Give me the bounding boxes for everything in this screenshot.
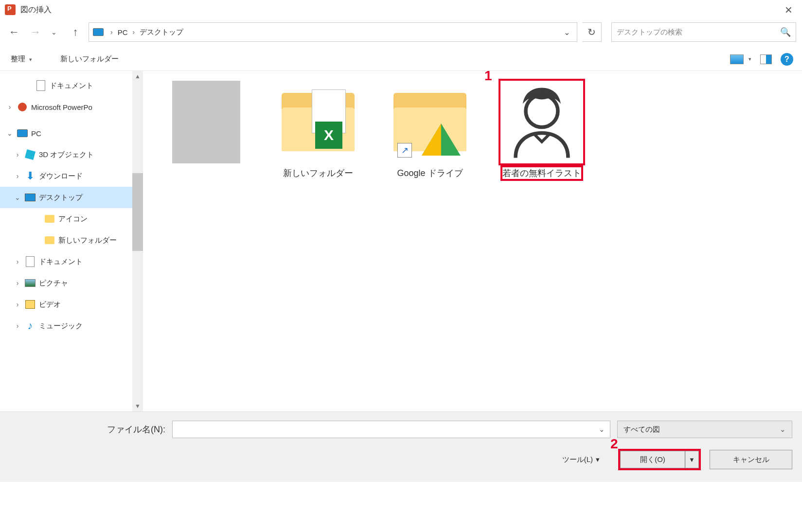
tree-item-pc[interactable]: ⌄ PC: [0, 123, 143, 144]
search-placeholder: デスクトップの検索: [617, 28, 682, 37]
nav-tree: ▲ ▼ ドキュメント › Microsoft PowerPo ⌄ PC: [0, 71, 143, 411]
tree-item-music[interactable]: › ♪ ミュージック: [0, 315, 143, 337]
file-grid[interactable]: X 新しいフォルダー ↗ Google ドライブ 1: [143, 71, 802, 411]
close-icon[interactable]: ×: [780, 2, 797, 18]
file-label: 新しいフォルダー: [283, 167, 353, 179]
chevron-right-icon: ›: [107, 28, 116, 36]
nav-row: ← → ⌄ ↑ › PC › デスクトップ ⌄ ↻ デスクトップの検索 🔍: [0, 19, 802, 48]
tree-item-desktop-newfolder[interactable]: 新しいフォルダー: [0, 230, 143, 251]
breadcrumb-current[interactable]: デスクトップ: [140, 28, 183, 37]
insert-picture-dialog: 図の挿入 × ← → ⌄ ↑ › PC › デスクトップ ⌄ ↻ デスクトップの…: [0, 0, 802, 482]
tree-item-desktop-icon-folder[interactable]: アイコン: [0, 208, 143, 230]
search-icon: 🔍: [780, 27, 791, 37]
google-drive-icon: [422, 124, 461, 156]
new-folder-button[interactable]: 新しいフォルダー: [56, 53, 123, 66]
tree-item-pictures[interactable]: › ピクチャ: [0, 272, 143, 294]
dialog-body: ▲ ▼ ドキュメント › Microsoft PowerPo ⌄ PC: [0, 71, 802, 411]
scroll-thumb[interactable]: [132, 173, 143, 251]
tools-menu[interactable]: ツール(L) ▾: [559, 453, 603, 466]
file-item-google-drive[interactable]: ↗ Google ドライブ: [381, 81, 479, 179]
up-button[interactable]: ↑: [67, 24, 84, 40]
forward-button[interactable]: →: [27, 24, 44, 40]
svg-point-0: [526, 95, 558, 127]
file-item-newfolder[interactable]: X 新しいフォルダー: [269, 81, 367, 179]
breadcrumb-pc[interactable]: PC: [118, 28, 128, 36]
tree-scrollbar[interactable]: ▲ ▼: [132, 71, 143, 411]
powerpoint-icon: [5, 4, 16, 15]
filename-label: ファイル名(N):: [10, 424, 165, 435]
tree-item-3d-objects[interactable]: › 3D オブジェクト: [0, 144, 143, 165]
cancel-button[interactable]: キャンセル: [710, 450, 792, 469]
file-label: 若者の無料イラスト: [502, 167, 581, 179]
filetype-select[interactable]: すべての図 ⌄: [617, 421, 792, 438]
window-title: 図の挿入: [20, 5, 52, 15]
open-button[interactable]: 開く(O): [620, 451, 685, 468]
scroll-down-icon[interactable]: ▼: [132, 401, 143, 411]
titlebar: 図の挿入 ×: [0, 0, 802, 19]
tree-item-documents-quick[interactable]: ドキュメント: [0, 75, 143, 96]
filename-history-button[interactable]: ⌄: [594, 425, 610, 434]
music-icon: ♪: [24, 321, 36, 331]
avatar-icon: [505, 81, 578, 163]
preview-pane-toggle[interactable]: [760, 54, 772, 64]
unknown-thumb: [172, 81, 240, 163]
chevron-down-icon: ▾: [596, 455, 600, 464]
shortcut-icon: ↗: [397, 143, 412, 158]
help-icon[interactable]: ?: [781, 53, 793, 66]
tree-item-documents[interactable]: › ドキュメント: [0, 251, 143, 272]
back-button[interactable]: ←: [6, 24, 22, 40]
address-history-button[interactable]: ⌄: [561, 28, 573, 37]
view-menu[interactable]: ▾: [730, 54, 751, 64]
recent-locations-button[interactable]: ⌄: [46, 24, 62, 40]
open-button-group: 開く(O) ▼: [618, 449, 701, 470]
refresh-button[interactable]: ↻: [582, 22, 602, 42]
annotation-marker-2: 2: [610, 436, 618, 452]
file-item-unknown[interactable]: [158, 81, 255, 167]
chevron-down-icon: ▾: [749, 56, 751, 62]
chevron-down-icon: ▾: [29, 56, 32, 62]
tree-item-desktop[interactable]: ⌄ デスクトップ: [0, 187, 143, 208]
file-item-young-person-illust[interactable]: 1 若者の無料イラスト: [493, 81, 590, 179]
scroll-up-icon[interactable]: ▲: [132, 71, 143, 82]
download-icon: ⬇: [24, 171, 36, 181]
dialog-footer: ファイル名(N): ⌄ すべての図 ⌄ ツール(L) ▾ 2 開く(O) ▼: [0, 411, 802, 482]
chevron-right-icon: ›: [130, 28, 138, 36]
open-split-button[interactable]: ▼: [685, 451, 699, 468]
toolbar: 整理 ▾ 新しいフォルダー ▾ ?: [0, 48, 802, 71]
file-label: Google ドライブ: [397, 167, 463, 179]
organize-menu[interactable]: 整理 ▾: [9, 53, 34, 66]
tree-item-powerpoint[interactable]: › Microsoft PowerPo: [0, 96, 143, 118]
search-input[interactable]: デスクトップの検索 🔍: [611, 22, 796, 42]
chevron-down-icon: ⌄: [780, 425, 786, 434]
address-bar[interactable]: › PC › デスクトップ ⌄: [89, 22, 577, 42]
tree-item-downloads[interactable]: › ⬇ ダウンロード: [0, 165, 143, 187]
excel-icon: X: [315, 122, 342, 149]
view-icon: [730, 54, 744, 64]
filename-input[interactable]: ⌄: [172, 421, 610, 438]
tree-item-videos[interactable]: › ビデオ: [0, 294, 143, 315]
pc-icon: [93, 28, 104, 36]
